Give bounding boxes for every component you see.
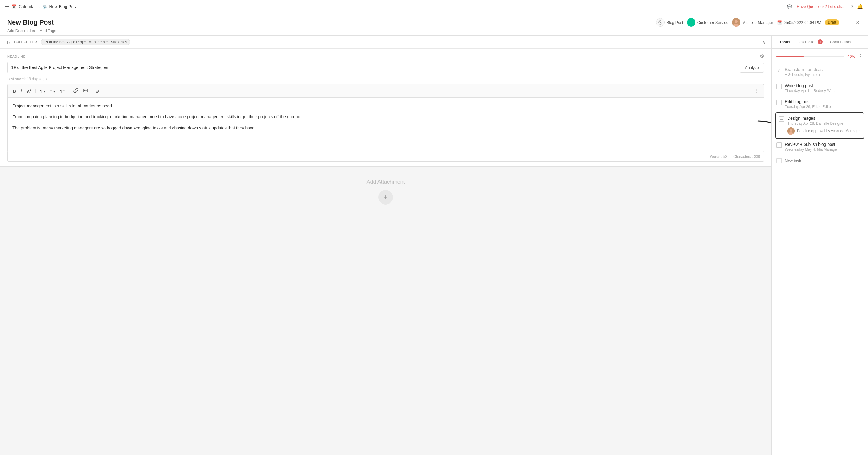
attachment-add-button[interactable]: + <box>378 190 393 204</box>
task-info-write: Write blog post Thursday Apr 14, Rodney … <box>785 83 863 93</box>
close-icon[interactable]: ✕ <box>855 20 861 25</box>
task-info-design: Design images Thursday Apr 28, Danielle … <box>787 116 861 135</box>
top-navigation: ☰ 📅 Calendar › 📡 New Blog Post 💬 Have Qu… <box>0 0 868 13</box>
editor-collapse-icon[interactable]: ∧ <box>762 39 765 45</box>
help-text[interactable]: Have Questions? Let's chat! <box>797 4 846 9</box>
attachment-section: Add Attachment + <box>0 167 771 217</box>
task-info-brainstorm: Brainstorm for ideas + Schedule, Ivy int… <box>785 67 863 77</box>
char-count: Characters : 330 <box>733 154 760 159</box>
right-panel-content: 40% ⋮ Brainstorm for ideas + Schedule, I… <box>772 49 868 455</box>
manager-avatar <box>732 18 740 27</box>
breadcrumb-calendar-label[interactable]: Calendar <box>19 4 36 9</box>
svg-rect-4 <box>84 89 87 92</box>
breadcrumb-blogpost-label[interactable]: New Blog Post <box>49 4 77 9</box>
task-info-edit: Edit blog post Tuesday Apr 26, Eddie Edi… <box>785 99 863 109</box>
customer-service-label: Customer Service <box>697 20 728 25</box>
text-editor-content[interactable]: Project management is a skill a lot of m… <box>7 98 764 152</box>
task-meta-edit: Tuesday Apr 26, Eddie Editor <box>785 105 863 109</box>
progress-menu-icon[interactable]: ⋮ <box>858 54 863 59</box>
add-tags-link[interactable]: Add Tags <box>40 28 56 33</box>
breadcrumb-blogpost-icon: 📡 <box>42 4 47 9</box>
progress-bar-fill <box>776 56 804 57</box>
pending-avatar <box>787 127 795 135</box>
task-item-review: Review + publish blog post Wednesday May… <box>776 139 863 155</box>
insert-button[interactable]: +⊕ <box>91 87 101 95</box>
breadcrumb: ☰ 📅 Calendar › 📡 New Blog Post <box>5 4 77 9</box>
editor-header: Tₜ TEXT EDITOR 19 of the Best Agile Proj… <box>0 36 771 49</box>
task-name-review: Review + publish blog post <box>785 142 863 147</box>
font-size-button[interactable]: A▾ <box>25 87 33 95</box>
chat-icon: 💬 <box>787 4 792 9</box>
task-checkbox-edit[interactable] <box>776 100 782 105</box>
new-task-row <box>776 155 863 166</box>
manager-info[interactable]: Michelle Manager <box>732 18 773 27</box>
analyze-button[interactable]: Analyze <box>740 63 764 73</box>
task-meta-write: Thursday Apr 14, Rodney Writer <box>785 89 863 93</box>
pending-approval-row: Pending approval by Amanda Manager <box>787 125 861 135</box>
tab-discussion-label: Discussion <box>798 39 817 44</box>
menu-icon[interactable]: ☰ <box>5 4 9 9</box>
calendar-breadcrumb-icon: 📅 <box>11 4 16 9</box>
progress-bar-bg <box>776 56 844 57</box>
left-panel: Tₜ TEXT EDITOR 19 of the Best Agile Proj… <box>0 36 771 455</box>
bold-button[interactable]: B <box>11 87 18 95</box>
blog-post-icon <box>656 18 664 27</box>
task-meta-brainstorm: + Schedule, Ivy intern <box>785 73 863 77</box>
image-button[interactable] <box>81 87 90 95</box>
new-task-input[interactable] <box>785 159 836 163</box>
content-paragraph-3: The problem is, many marketing managers … <box>12 125 759 131</box>
task-name-write: Write blog post <box>785 83 863 88</box>
editor-header-left: Tₜ TEXT EDITOR 19 of the Best Agile Proj… <box>6 39 130 46</box>
tab-contributors[interactable]: Contributors <box>827 36 855 49</box>
new-task-checkbox <box>776 158 782 163</box>
indent-button[interactable]: ¶≡ <box>58 87 66 95</box>
content-paragraph-1: Project management is a skill a lot of m… <box>12 103 759 109</box>
paragraph-button[interactable]: ¶ ▾ <box>38 87 47 95</box>
align-button[interactable]: ≡ ▾ <box>48 87 57 95</box>
last-saved-text: Last saved: 19 days ago <box>7 77 764 81</box>
add-description-link[interactable]: Add Description <box>7 28 35 33</box>
more-options-icon[interactable]: ⋮ <box>843 19 851 26</box>
more-toolbar-button[interactable]: ⋮ <box>752 87 760 95</box>
page-container: New Blog Post Blog Post Customer Servic <box>0 13 868 455</box>
tab-discussion[interactable]: Discussion 1 <box>795 36 826 49</box>
task-meta-review: Wednesday May 4, Mia Manager <box>785 147 863 151</box>
draft-badge[interactable]: Draft <box>825 19 839 25</box>
tab-tasks[interactable]: Tasks <box>776 36 793 49</box>
headline-input[interactable] <box>7 62 738 73</box>
task-meta-design: Thursday Apr 28, Danielle Designer <box>787 121 861 125</box>
content-paragraph-2: From campaign planning to budgeting and … <box>12 113 759 120</box>
task-checkbox-write[interactable] <box>776 84 782 89</box>
task-checkbox-design[interactable] <box>779 116 784 122</box>
editor-label: TEXT EDITOR <box>13 40 37 44</box>
headline-section: HEADLINE ⚙ Analyze <box>7 54 764 73</box>
progress-percent: 40% <box>847 54 855 59</box>
date-info[interactable]: 📅 05/05/2022 02:04 PM <box>777 20 821 25</box>
task-item-edit: Edit blog post Tuesday Apr 26, Eddie Edi… <box>776 96 863 112</box>
blog-post-type[interactable]: Blog Post <box>656 18 683 27</box>
calendar-icon: 📅 <box>777 20 782 25</box>
bell-icon[interactable]: 🔔 <box>857 4 863 9</box>
headline-label-row: HEADLINE ⚙ <box>7 54 764 59</box>
question-icon[interactable]: ? <box>850 4 854 9</box>
customer-service-icon <box>687 18 695 27</box>
blog-post-label: Blog Post <box>666 20 683 25</box>
task-checkbox-review[interactable] <box>776 142 782 148</box>
link-button[interactable] <box>72 87 80 95</box>
customer-service-type[interactable]: Customer Service <box>687 18 728 27</box>
topnav-right: 💬 Have Questions? Let's chat! ? 🔔 <box>787 4 863 9</box>
right-panel: Tasks Discussion 1 Contributors 40% ⋮ <box>771 36 868 455</box>
right-panel-tabs: Tasks Discussion 1 Contributors <box>772 36 868 49</box>
text-editor-outer: B i A▾ ¶ ▾ ≡ ▾ ¶≡ <box>7 84 764 162</box>
breadcrumb-separator: › <box>38 4 40 9</box>
task-checkbox-brainstorm[interactable] <box>776 68 782 73</box>
page-header-top: New Blog Post Blog Post Customer Servic <box>7 18 861 27</box>
header-sub-actions: Add Description Add Tags <box>7 28 861 33</box>
tab-tasks-label: Tasks <box>779 39 790 44</box>
gear-icon[interactable]: ⚙ <box>760 54 764 59</box>
pending-approval-text: Pending approval by Amanda Manager <box>797 129 860 133</box>
task-item-design: Design images Thursday Apr 28, Danielle … <box>775 112 864 139</box>
text-editor-toolbar: B i A▾ ¶ ▾ ≡ ▾ ¶≡ <box>7 84 764 98</box>
task-name-design: Design images <box>787 116 861 121</box>
italic-button[interactable]: i <box>19 87 24 95</box>
